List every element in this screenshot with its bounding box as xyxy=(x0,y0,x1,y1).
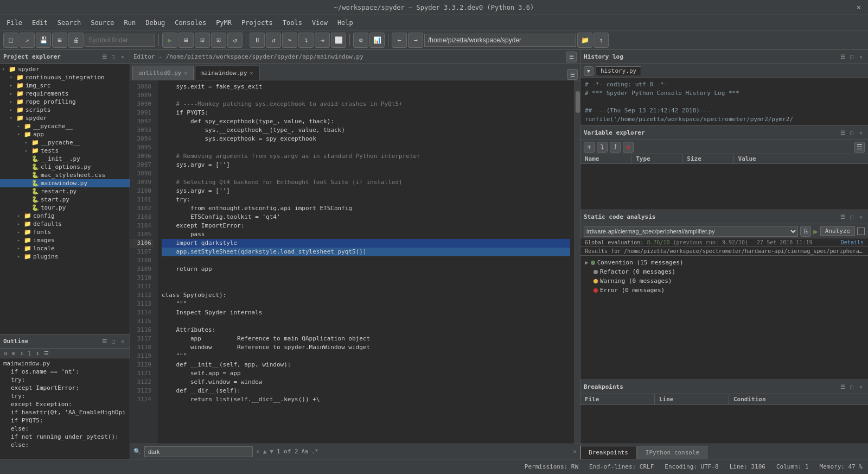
menu-item-run[interactable]: Run xyxy=(120,18,141,28)
tree-item[interactable]: ▸📁__pycache__ xyxy=(0,138,130,147)
tree-item[interactable]: ▸📁config xyxy=(0,212,130,220)
outline-item[interactable]: try: xyxy=(0,376,130,384)
debug-button[interactable]: ⏸ xyxy=(250,33,265,48)
menu-item-edit[interactable]: Edit xyxy=(28,18,52,28)
back-button[interactable]: ← xyxy=(392,33,407,48)
menu-item-tools[interactable]: Tools xyxy=(278,18,307,28)
history-close-icon[interactable]: ✕ xyxy=(857,53,865,61)
find-next-btn[interactable]: ▼ xyxy=(270,448,273,455)
tree-item[interactable]: 🐍mainwindow.py xyxy=(0,179,130,187)
find-clear-btn[interactable]: ✕ xyxy=(256,448,260,455)
history-undock-icon[interactable]: □ xyxy=(848,53,856,61)
profile-button[interactable]: 📊 xyxy=(369,33,385,48)
outline-item[interactable]: if hasattr(Qt, 'AA_EnableHighDpi xyxy=(0,408,130,416)
debug-continue-button[interactable]: ↺ xyxy=(266,33,281,48)
tree-item[interactable]: ▸📁images xyxy=(0,236,130,244)
var-options-btn[interactable]: ☰ xyxy=(854,142,865,153)
outline-item[interactable]: else: xyxy=(0,425,130,433)
debug-step-button[interactable]: ↷ xyxy=(282,33,297,48)
tree-item[interactable]: ▸📁plugins xyxy=(0,252,130,261)
outline-options-icon[interactable]: ☰ xyxy=(100,338,108,345)
outline-item[interactable]: if PYQT5: xyxy=(0,416,130,425)
static-close-icon[interactable]: ✕ xyxy=(857,213,865,221)
symbol-finder-input[interactable] xyxy=(85,34,155,47)
var-remove-btn[interactable]: ⊗ xyxy=(623,142,634,153)
find-prev-btn[interactable]: ▲ xyxy=(263,448,267,455)
menu-item-projects[interactable]: Projects xyxy=(237,18,277,28)
run-cell-button[interactable]: ⊞ xyxy=(178,33,194,48)
outline-options-btn[interactable]: ☰ xyxy=(42,350,50,357)
var-options-icon[interactable]: ☰ xyxy=(839,129,846,137)
var-undock-icon[interactable]: □ xyxy=(848,129,856,137)
outline-expand-all-btn[interactable]: ⊞ xyxy=(10,350,17,357)
result-expand-icon[interactable]: ▶ xyxy=(585,259,589,266)
outline-item[interactable]: try: xyxy=(0,392,130,400)
re-run-button[interactable]: ↺ xyxy=(227,33,242,48)
tree-item[interactable]: ▾📁continuous_integration xyxy=(0,73,130,81)
outline-undock-icon[interactable]: □ xyxy=(110,338,117,345)
close-button[interactable]: ✕ xyxy=(854,2,864,12)
menu-item-view[interactable]: View xyxy=(308,18,332,28)
var-new-btn[interactable]: + xyxy=(584,142,595,153)
menu-item-consoles[interactable]: Consoles xyxy=(170,18,210,28)
tree-item[interactable]: ▾📁spyder xyxy=(0,65,130,73)
tree-item[interactable]: ▸📁fonts xyxy=(0,228,130,236)
tab-ipython-console[interactable]: IPython console xyxy=(637,446,707,459)
outline-item[interactable]: else: xyxy=(0,441,130,449)
outline-close-icon[interactable]: ✕ xyxy=(119,338,126,345)
find-close-btn[interactable]: ✕ xyxy=(573,448,577,455)
editor-options-btn[interactable]: ☰ xyxy=(566,52,577,62)
editor-scrollbar-thumb[interactable] xyxy=(576,91,580,113)
browse-button[interactable]: 📁 xyxy=(577,33,592,48)
tree-item[interactable]: ▾📁app xyxy=(0,130,130,138)
find-options-btn[interactable]: Aa xyxy=(302,448,308,454)
tree-item[interactable]: 🐍tour.py xyxy=(0,204,130,212)
tree-item[interactable]: ▸📁tests xyxy=(0,147,130,155)
tree-item[interactable]: ▸📁locale xyxy=(0,244,130,252)
tab-breakpoints[interactable]: Breakpoints xyxy=(580,446,636,459)
tree-item[interactable]: ▸📁__pycache__ xyxy=(0,122,130,130)
find-input[interactable] xyxy=(144,446,253,457)
run-selection-button[interactable]: ⊡ xyxy=(195,33,210,48)
tree-item[interactable]: ▸📁scripts xyxy=(0,106,130,114)
find-regex-btn[interactable]: .* xyxy=(311,448,318,455)
analyze-button[interactable]: Analyze xyxy=(820,226,855,236)
menu-item-source[interactable]: Source xyxy=(86,18,118,28)
tree-item[interactable]: 🐍cli_options.py xyxy=(0,163,130,171)
editor-tab-options-btn[interactable]: ☰ xyxy=(567,69,578,80)
history-nav-btn[interactable]: ▼ xyxy=(584,66,593,76)
debug-step-out-button[interactable]: ⇥ xyxy=(315,33,330,48)
tree-item[interactable]: ▸📁rope_profiling xyxy=(0,98,130,106)
var-import-btn[interactable]: ⤵ xyxy=(597,142,608,153)
open-file-button[interactable]: ↗ xyxy=(20,33,35,48)
static-undock-icon[interactable]: □ xyxy=(848,213,856,221)
debug-step-into-button[interactable]: ↴ xyxy=(298,33,314,48)
panel-undock-icon[interactable]: □ xyxy=(110,53,117,61)
static-options-icon[interactable]: ☰ xyxy=(839,213,846,221)
auto-analyze-checkbox[interactable] xyxy=(857,227,865,235)
menu-item-search[interactable]: Search xyxy=(53,18,85,28)
print-button[interactable]: 🖨 xyxy=(68,33,84,48)
tree-item[interactable]: ▸📁img_src xyxy=(0,81,130,90)
menu-item-debug[interactable]: Debug xyxy=(141,18,169,28)
editor-scrollbar[interactable] xyxy=(575,80,580,444)
code-area[interactable]: sys.exit = fake_sys_exit # ----Monkey pa… xyxy=(157,80,575,444)
details-link[interactable]: Details xyxy=(841,239,864,245)
menu-item-file[interactable]: File xyxy=(2,18,27,28)
run-button[interactable]: ▶ xyxy=(162,33,177,48)
tree-item[interactable]: ▸📁requirements xyxy=(0,90,130,98)
var-export-btn[interactable]: ⤴ xyxy=(610,142,621,153)
path-input[interactable] xyxy=(424,34,576,47)
outline-item[interactable]: mainwindow.py xyxy=(0,359,130,368)
menu-item-pymr[interactable]: PyMR xyxy=(212,18,236,28)
save-all-button[interactable]: ⊞ xyxy=(52,33,67,48)
tree-item[interactable]: 🐍mac_stylesheet.css xyxy=(0,171,130,179)
outline-item[interactable]: except Exception: xyxy=(0,400,130,408)
navigate-up-button[interactable]: ↑ xyxy=(593,33,609,48)
tree-item[interactable]: ▸📁defaults xyxy=(0,220,130,228)
debug-stop-button[interactable]: ⬜ xyxy=(331,33,346,48)
bp-options-icon[interactable]: ☰ xyxy=(839,383,846,391)
outline-sort-btn[interactable]: ↕ xyxy=(34,350,41,357)
tree-item[interactable]: ▾📁spyder xyxy=(0,114,130,122)
tab-untitled0[interactable]: untitled0.py ✕ xyxy=(132,66,194,80)
